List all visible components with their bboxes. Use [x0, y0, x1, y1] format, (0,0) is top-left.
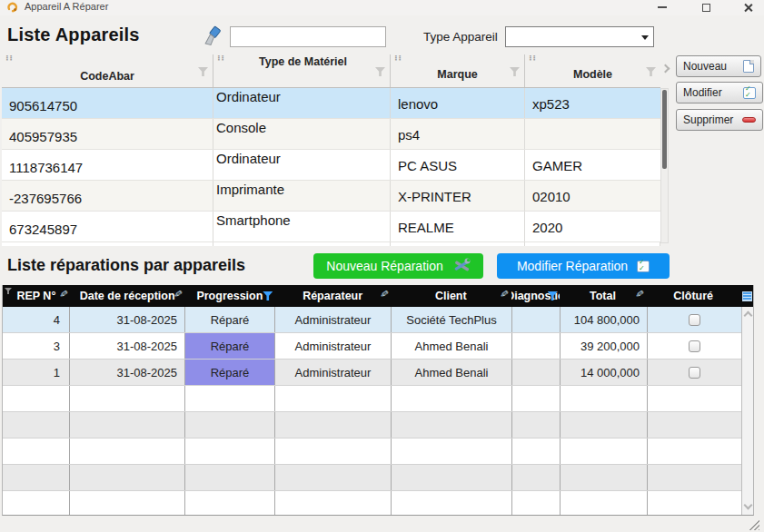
cell-type: Ordinateur: [213, 88, 391, 118]
nouveau-button[interactable]: Nouveau: [676, 55, 761, 77]
empty-row-sliver: [2, 242, 660, 246]
empty-row: [3, 491, 742, 516]
modifier-reparation-label: Modifier Réparation: [517, 259, 628, 273]
devices-table-header: CodeAbar Type de Matériel Marque Modèle: [2, 54, 660, 88]
column-header-codeabar[interactable]: CodeAbar: [2, 54, 213, 87]
repairs-scrollbar[interactable]: [741, 307, 754, 516]
nouveau-label: Nouveau: [683, 60, 727, 73]
maximize-button[interactable]: [698, 0, 714, 15]
device-row[interactable]: 673245897 Smartphone REALME 2020: [2, 212, 660, 242]
column-header-modele[interactable]: Modèle: [525, 54, 660, 87]
cell-date: 31-08-2025: [70, 333, 185, 359]
repairs-heading: Liste réparations par appareils: [7, 256, 245, 275]
column-header-progression[interactable]: Progression: [185, 285, 275, 307]
cell-total: 39 200,000: [561, 333, 648, 359]
cell-total: 104 800,000: [561, 307, 648, 332]
app-window: Appareil A Réparer Liste Appareils Type …: [0, 0, 764, 532]
cloture-checkbox[interactable]: [689, 367, 700, 379]
drag-handle-icon: [394, 55, 402, 63]
repair-row[interactable]: 1 31-08-2025 Réparé Administrateur Ahmed…: [3, 360, 742, 386]
pencil-icon: [500, 289, 508, 299]
cell-marque: lenovo: [391, 88, 525, 118]
edit-checklist-icon: [743, 87, 756, 99]
cell-modele: 02010: [525, 181, 660, 211]
nouveau-reparation-button[interactable]: Nouveau Réparation: [313, 253, 483, 279]
column-header-type[interactable]: Type de Matériel: [213, 54, 391, 87]
cell-rep-num: 3: [3, 333, 70, 359]
empty-row: [3, 465, 742, 491]
cell-reparateur: Administrateur: [275, 360, 392, 385]
cell-reparateur: Administrateur: [275, 333, 392, 359]
cell-date: 31-08-2025: [70, 307, 185, 332]
close-icon: [743, 3, 753, 13]
column-header-marque[interactable]: Marque: [391, 54, 525, 87]
search-input[interactable]: [230, 26, 386, 47]
nouveau-reparation-label: Nouveau Réparation: [326, 259, 442, 273]
device-row[interactable]: -237695766 Imprimante X-PRINTER 02010: [2, 181, 660, 212]
column-header-cloture[interactable]: Clôturé: [646, 285, 740, 307]
drag-handle-icon: [217, 55, 225, 63]
cell-reparateur: Administrateur: [275, 307, 392, 332]
cell-marque: REALME: [391, 212, 525, 241]
filter-icon[interactable]: [375, 67, 385, 76]
filter-active-icon[interactable]: [263, 291, 273, 300]
device-row[interactable]: 405957935 Console ps4: [2, 119, 660, 150]
filter-icon[interactable]: [510, 67, 520, 76]
cell-marque: ps4: [391, 119, 525, 149]
scrollbar-thumb[interactable]: [662, 90, 667, 169]
chevron-right-icon[interactable]: [661, 64, 670, 74]
modifier-reparation-button[interactable]: Modifier Réparation: [497, 253, 670, 279]
cell-cloture: [648, 360, 742, 385]
empty-row: [3, 386, 742, 412]
cell-client: Société TechPlus: [392, 307, 512, 332]
device-row[interactable]: 1118736147 Ordinateur PC ASUS GAMER: [2, 150, 660, 181]
column-header-reparateur[interactable]: Réparateur: [274, 285, 391, 307]
device-row[interactable]: 905614750 Ordinateur lenovo xp523: [2, 88, 660, 119]
cell-progression: Réparé: [185, 333, 275, 359]
column-header-date[interactable]: Date de réception: [70, 285, 185, 307]
cloture-checkbox[interactable]: [689, 340, 700, 352]
cell-diagnostic: [512, 360, 561, 385]
delete-minus-icon: [742, 117, 756, 123]
devices-scrollbar[interactable]: [660, 88, 669, 243]
close-button[interactable]: [739, 0, 756, 15]
filter-icon[interactable]: [198, 67, 208, 76]
type-appareil-combobox[interactable]: [505, 26, 654, 47]
scroll-up-icon[interactable]: [744, 311, 753, 320]
cell-modele: GAMER: [525, 150, 660, 180]
scroll-down-icon[interactable]: [744, 501, 753, 510]
cell-modele: xp523: [525, 88, 660, 118]
column-header-total[interactable]: Total: [560, 285, 647, 307]
app-logo-icon: [7, 2, 18, 13]
column-header-diagnostic[interactable]: Diagnostic: [511, 285, 560, 307]
column-options-cell[interactable]: [740, 285, 753, 307]
cell-codeabar: 1118736147: [2, 150, 213, 180]
cell-marque: X-PRINTER: [391, 181, 525, 211]
pencil-icon: [635, 289, 643, 299]
repair-row[interactable]: 4 31-08-2025 Réparé Administrateur Socié…: [3, 307, 742, 333]
cell-modele: [525, 119, 660, 149]
cell-codeabar: -237695766: [2, 181, 213, 211]
minimize-button[interactable]: [654, 0, 670, 15]
repair-row[interactable]: 3 31-08-2025 Réparé Administrateur Ahmed…: [3, 333, 742, 360]
column-header-client[interactable]: Client: [391, 285, 511, 307]
column-header-rep[interactable]: REP N°: [3, 285, 70, 307]
filter-icon[interactable]: [646, 67, 656, 76]
cloture-checkbox[interactable]: [689, 314, 700, 326]
cell-rep-num: 4: [3, 307, 70, 332]
new-document-icon: [743, 60, 754, 73]
cell-modele: 2020: [525, 212, 660, 241]
cell-cloture: [648, 333, 742, 359]
supprimer-button[interactable]: Supprimer: [676, 109, 763, 131]
cell-codeabar: 673245897: [2, 212, 213, 241]
empty-row: [3, 438, 742, 465]
modifier-button[interactable]: Modifier: [676, 82, 763, 103]
cell-codeabar: 405957935: [2, 119, 213, 149]
cell-type: Imprimante: [213, 181, 391, 211]
cell-type: Console: [213, 119, 391, 149]
resize-grip[interactable]: [749, 519, 759, 530]
edit-checklist-icon: [637, 261, 650, 272]
cell-progression: Réparé: [185, 307, 275, 332]
cell-type: Smartphone: [213, 212, 391, 241]
devices-heading: Liste Appareils: [7, 25, 140, 45]
